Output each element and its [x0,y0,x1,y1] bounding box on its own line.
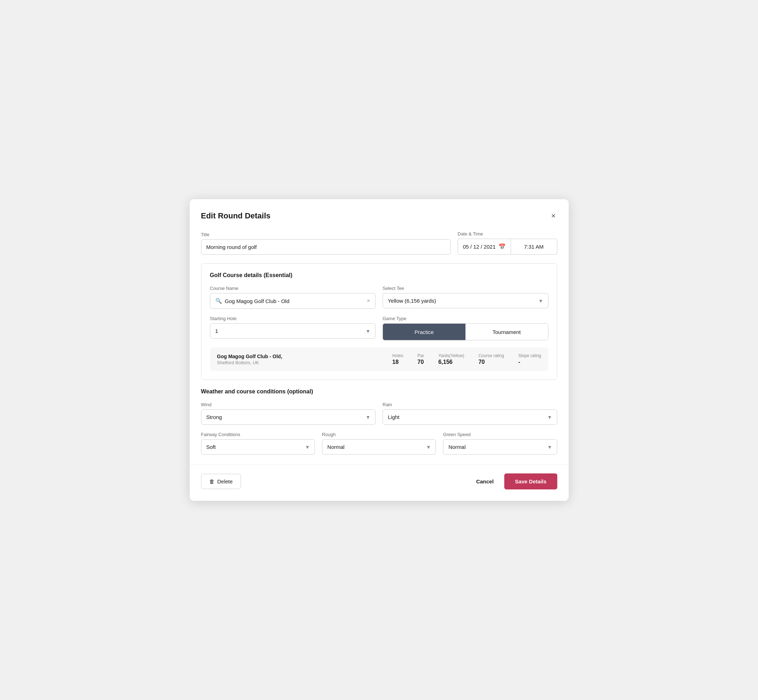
fairway-label: Fairway Conditions [201,432,315,437]
fairway-field: Fairway Conditions SoftNormalHard ▼ [201,432,315,455]
game-type-toggle: Practice Tournament [382,323,548,341]
clear-icon[interactable]: × [367,298,370,304]
course-name-input[interactable] [225,298,364,304]
time-value: 7:31 AM [524,244,543,250]
wind-label: Wind [201,402,376,407]
date-input[interactable]: 05 / 12 / 2021 📅 [458,239,511,255]
weather-section: Weather and course conditions (optional)… [201,388,557,455]
rain-select[interactable]: NoneLightModerateHeavy [382,409,557,425]
cancel-button[interactable]: Cancel [473,474,497,489]
rain-field: Rain NoneLightModerateHeavy ▼ [382,402,557,425]
title-label: Title [201,232,451,237]
course-info-main: Gog Magog Golf Club - Old, Shelford Bott… [217,353,393,365]
select-tee-field: Select Tee Yellow (6,156 yards) White (6… [382,286,548,309]
delete-button[interactable]: 🗑 Delete [201,474,241,489]
course-info-name: Gog Magog Golf Club - Old, [217,353,393,359]
delete-label: Delete [218,478,233,484]
stat-par: Par 70 [417,353,424,365]
green-speed-select-wrap: SlowNormalFast ▼ [443,439,557,455]
hole-select-wrap: 1234 5678 910 ▼ [210,323,376,339]
slope-rating-value: - [518,359,520,365]
par-label: Par [417,353,424,358]
starting-hole-label: Starting Hole [210,316,376,321]
slope-rating-label: Slope rating [518,353,541,358]
game-type-field: Game Type Practice Tournament [382,316,548,341]
wind-field: Wind NoneLightModerateStrong ▼ [201,402,376,425]
course-info-location: Shelford Bottom, UK [217,360,393,365]
tee-select-wrap: Yellow (6,156 yards) White (6,500 yards)… [382,293,548,308]
wind-select[interactable]: NoneLightModerateStrong [201,409,376,425]
stat-course-rating: Course rating 70 [478,353,504,365]
course-name-label: Course Name [210,286,376,291]
wind-select-wrap: NoneLightModerateStrong ▼ [201,409,376,425]
yards-value: 6,156 [439,359,453,365]
wind-rain-row: Wind NoneLightModerateStrong ▼ Rain None… [201,402,557,425]
par-value: 70 [417,359,424,365]
green-speed-select[interactable]: SlowNormalFast [443,439,557,455]
golf-course-section: Golf Course details (Essential) Course N… [201,263,557,380]
course-name-input-wrap[interactable]: 🔍 × [210,293,376,309]
footer-right: Cancel Save Details [473,473,557,489]
rain-label: Rain [382,402,557,407]
rough-select-wrap: ShortNormalLong ▼ [322,439,436,455]
modal-header: Edit Round Details × [201,211,557,221]
rain-select-wrap: NoneLightModerateHeavy ▼ [382,409,557,425]
rough-field: Rough ShortNormalLong ▼ [322,432,436,455]
time-input[interactable]: 7:31 AM [511,239,557,255]
datetime-label: Date & Time [458,231,557,236]
holes-label: Holes [392,353,403,358]
fairway-rough-green-row: Fairway Conditions SoftNormalHard ▼ Roug… [201,432,557,455]
course-rating-value: 70 [478,359,485,365]
title-field-group: Title [201,232,451,255]
footer-divider [190,464,568,465]
yards-label: Yards(Yellow) [439,353,464,358]
course-name-tee-row: Course Name 🔍 × Select Tee Yellow (6,156… [210,286,548,309]
fairway-select[interactable]: SoftNormalHard [201,439,315,455]
green-speed-field: Green Speed SlowNormalFast ▼ [443,432,557,455]
tournament-button[interactable]: Tournament [465,324,548,340]
game-type-label: Game Type [382,316,548,321]
date-value: 05 / 12 / 2021 [463,244,496,250]
holes-value: 18 [392,359,399,365]
course-stats: Holes 18 Par 70 Yards(Yellow) 6,156 Cour… [392,353,541,365]
rough-label: Rough [322,432,436,437]
course-rating-label: Course rating [478,353,504,358]
starting-hole-field: Starting Hole 1234 5678 910 ▼ [210,316,376,341]
practice-button[interactable]: Practice [383,324,465,340]
fairway-select-wrap: SoftNormalHard ▼ [201,439,315,455]
trash-icon: 🗑 [209,478,215,484]
title-input[interactable] [201,239,451,255]
modal-footer: 🗑 Delete Cancel Save Details [201,473,557,489]
save-button[interactable]: Save Details [504,473,557,489]
stat-slope-rating: Slope rating - [518,353,541,365]
top-row: Title Date & Time 05 / 12 / 2021 📅 7:31 … [201,231,557,255]
rough-select[interactable]: ShortNormalLong [322,439,436,455]
golf-course-title: Golf Course details (Essential) [210,272,548,278]
stat-holes: Holes 18 [392,353,403,365]
close-button[interactable]: × [550,211,557,221]
modal-title: Edit Round Details [201,211,271,220]
calendar-icon: 📅 [498,243,506,250]
green-speed-label: Green Speed [443,432,557,437]
stat-yards: Yards(Yellow) 6,156 [439,353,464,365]
search-icon: 🔍 [215,298,222,304]
weather-title: Weather and course conditions (optional) [201,388,557,395]
hole-gametype-row: Starting Hole 1234 5678 910 ▼ Game Type … [210,316,548,341]
select-tee-label: Select Tee [382,286,548,291]
tee-select[interactable]: Yellow (6,156 yards) White (6,500 yards)… [382,293,548,308]
course-info-row: Gog Magog Golf Club - Old, Shelford Bott… [210,347,548,371]
edit-round-modal: Edit Round Details × Title Date & Time 0… [190,199,568,501]
datetime-field-group: Date & Time 05 / 12 / 2021 📅 7:31 AM [458,231,557,255]
course-name-field: Course Name 🔍 × [210,286,376,309]
hole-select[interactable]: 1234 5678 910 [210,323,376,339]
datetime-group: 05 / 12 / 2021 📅 7:31 AM [458,239,557,255]
